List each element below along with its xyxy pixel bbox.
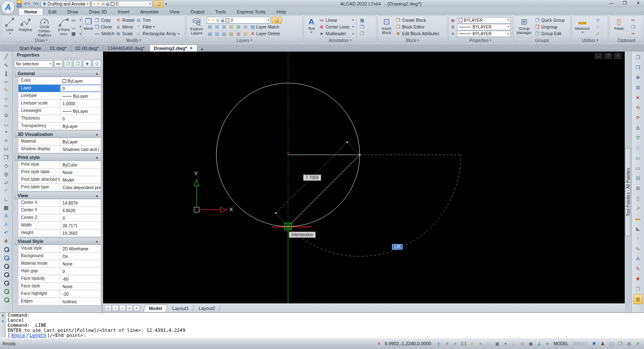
section-header[interactable]: Print style▲ bbox=[15, 154, 101, 161]
linetype-combo[interactable]: BYLAYER▾ bbox=[457, 24, 511, 30]
image-tool[interactable]: ❐ bbox=[2, 153, 11, 161]
rotate-button[interactable]: ⟲Rotate bbox=[116, 17, 135, 23]
otrack-toggle[interactable]: ✛ bbox=[443, 340, 450, 347]
text-edit-tool[interactable]: A bbox=[634, 254, 643, 264]
wipeout-icon[interactable]: ❒ bbox=[359, 31, 365, 37]
model-tab[interactable]: Model bbox=[143, 305, 167, 312]
layer-tool-on[interactable]: ▤ bbox=[235, 25, 242, 29]
redo-button[interactable]: ↷▾ bbox=[32, 0, 39, 7]
match-tool[interactable]: ❐ bbox=[634, 284, 643, 294]
arc-continue-tool[interactable]: ◡ bbox=[2, 120, 11, 128]
create-block-button[interactable]: ❐Create Block bbox=[395, 17, 439, 23]
doc-restore-button[interactable]: ❐ bbox=[605, 53, 612, 59]
undo-button[interactable]: ↶▾ bbox=[23, 0, 31, 7]
three-point-arc-button[interactable]: 3-Point Arc▾ bbox=[56, 17, 71, 37]
line-tool[interactable]: ╱ bbox=[2, 52, 11, 61]
doc-tab-01[interactable]: 01.dwg* bbox=[46, 45, 71, 52]
draw-group-footer[interactable]: Draw▾ bbox=[1, 37, 81, 43]
multiline-tool[interactable]: ≈ bbox=[2, 136, 11, 145]
center-lines-button[interactable]: ⊕Center Lines▾ bbox=[319, 23, 354, 30]
tab-help[interactable]: Help bbox=[271, 8, 291, 15]
workspace-dropdown[interactable]: ✱ Drafting and Annotation ▾ bbox=[41, 1, 90, 7]
properties-palette-title[interactable]: Properties bbox=[13, 52, 103, 58]
right-angle-toggle[interactable]: ∟ bbox=[510, 340, 517, 347]
box-3d-tool[interactable]: ⊠ bbox=[634, 183, 643, 193]
zoom-dynamic-tool[interactable] bbox=[2, 254, 11, 262]
section-header[interactable]: General▲ bbox=[15, 70, 101, 77]
modify-group-footer[interactable]: Modify▾ bbox=[83, 37, 185, 43]
tablet-indicator[interactable]: TABLET bbox=[571, 341, 589, 346]
drawing-canvas[interactable]: Y X 7.7059 Intersection 135 —❐✕ bbox=[103, 52, 625, 303]
new-layout-button[interactable]: + bbox=[133, 305, 140, 311]
arc-tool[interactable]: ◠ bbox=[2, 103, 11, 111]
tool-palettes-tab[interactable]: Tool Palettes - All Palettes bbox=[625, 148, 631, 236]
zoom-in-tool[interactable] bbox=[2, 271, 11, 279]
prop-material[interactable]: Material ByLayer bbox=[18, 138, 101, 146]
prop-face-style[interactable]: Face style None bbox=[18, 283, 101, 290]
last-layout-button[interactable]: » bbox=[126, 305, 133, 311]
layer-tool-merge[interactable]: ▤ bbox=[221, 32, 227, 36]
rectangle-tool[interactable]: ▭ bbox=[2, 145, 11, 153]
prop-center-x[interactable]: Center X 14.8979 bbox=[18, 199, 101, 207]
prop-transparency[interactable]: Transparency ByLayer bbox=[18, 122, 101, 130]
utilities-group-footer[interactable]: Utilities▾ bbox=[572, 37, 608, 43]
doc-tab-02-00[interactable]: 02-00.dwg* bbox=[71, 45, 104, 52]
circle-center-radius-button[interactable]: Circle Center-Radius▾ bbox=[34, 17, 55, 37]
command-expand-icon[interactable]: ▼ bbox=[1, 320, 5, 323]
settings-gear-icon[interactable]: ✱ bbox=[590, 340, 597, 347]
maximize-button[interactable]: ❐ bbox=[621, 0, 629, 6]
list-check-icon[interactable]: ✓ bbox=[595, 31, 601, 37]
copy-button[interactable]: ❐Copy bbox=[94, 17, 114, 23]
layer-tool-unisolate[interactable]: ▤ bbox=[214, 25, 220, 29]
line-button[interactable]: Line▾ bbox=[3, 17, 17, 37]
paste-button[interactable]: ▯ Paste bbox=[611, 17, 627, 37]
fillet-corner-tool[interactable]: ◜ bbox=[2, 187, 11, 195]
prop-lineweight[interactable]: Lineweight ByLayer bbox=[18, 107, 101, 115]
prop-background[interactable]: Background On bbox=[18, 253, 101, 260]
measure-tool[interactable]: ▬ bbox=[634, 214, 643, 224]
linetype-list-icon[interactable]: ≣ bbox=[450, 23, 456, 30]
qsnap-toggle[interactable]: ⊙ bbox=[519, 340, 526, 347]
annotation-group-footer[interactable]: Annotation▾ bbox=[304, 37, 376, 43]
prop-layer[interactable]: Layer 0 bbox=[18, 85, 101, 92]
multileader-button[interactable]: ➤Multileader▾ bbox=[319, 31, 354, 37]
hatch-button[interactable]: ▦▾ bbox=[71, 31, 81, 37]
layer-quick-dropdown[interactable]: ●☀▤ 0 ▾ bbox=[91, 1, 153, 7]
erase-tool[interactable]: ✕ bbox=[634, 93, 643, 103]
zoom-out-tool[interactable] bbox=[2, 279, 11, 287]
zoom-extents-tool[interactable] bbox=[2, 296, 11, 304]
polyline-button[interactable]: Polyline bbox=[18, 17, 33, 37]
pp-filter2-button[interactable]: ▽ bbox=[93, 60, 101, 68]
fillet-edge-tool[interactable]: ◜ bbox=[634, 234, 643, 244]
angle-input-field[interactable]: 135 bbox=[392, 244, 402, 250]
coordinate-readout[interactable]: 6.9902,-1.2240,0.0000 bbox=[385, 341, 431, 346]
text-tool[interactable]: A bbox=[2, 212, 11, 220]
prop-center-y[interactable]: Center Y 5.8626 bbox=[18, 207, 101, 214]
move-tool[interactable]: ❖ bbox=[634, 73, 643, 83]
group-manager-button[interactable]: ⊞ Group Manager bbox=[515, 17, 533, 37]
info-icon[interactable]: ◎ bbox=[626, 340, 633, 347]
layer-tool-freeze[interactable]: ▤ bbox=[221, 25, 227, 29]
rectangular-array-button[interactable]: ∷Rectangular Array▾ bbox=[136, 31, 179, 37]
layer-tool-lock[interactable]: ▤ bbox=[228, 32, 234, 36]
revision-cloud-button[interactable]: ◡▾ bbox=[71, 23, 81, 30]
spline-tool[interactable]: ∼ bbox=[2, 78, 11, 86]
layer-tool-unlock[interactable]: ▤ bbox=[235, 32, 242, 36]
layer-select-dropdown[interactable]: ●☀▤ 0 ▾ bbox=[207, 17, 270, 23]
dyn-toggle[interactable]: ✶ bbox=[468, 340, 475, 347]
dyn2-toggle[interactable]: ✶ bbox=[477, 340, 484, 347]
color-combo[interactable]: BYLAYER▾ bbox=[457, 17, 511, 23]
properties-group-footer[interactable]: Properties▾ bbox=[449, 37, 512, 43]
tab-express-tools[interactable]: Express Tools bbox=[231, 8, 271, 15]
layer-explorer-quick-button[interactable]: ❏ bbox=[154, 0, 163, 8]
rotate-tool[interactable]: ⟲ bbox=[634, 103, 643, 113]
dynucs-toggle[interactable]: ▣ bbox=[527, 340, 534, 347]
doc-tab-start-page[interactable]: Start Page bbox=[15, 45, 46, 52]
break-tool[interactable]: ▯ bbox=[634, 193, 643, 203]
close-button[interactable]: ✕ bbox=[634, 0, 642, 6]
clone-button[interactable]: ❒Clone bbox=[94, 23, 114, 30]
app-logo[interactable]: A bbox=[1, 0, 15, 14]
prop-edges[interactable]: Edges Isolines bbox=[18, 298, 101, 305]
trim-button[interactable]: ⊟Trim bbox=[136, 17, 179, 23]
prop-color[interactable]: Color ByLayer bbox=[18, 77, 101, 85]
